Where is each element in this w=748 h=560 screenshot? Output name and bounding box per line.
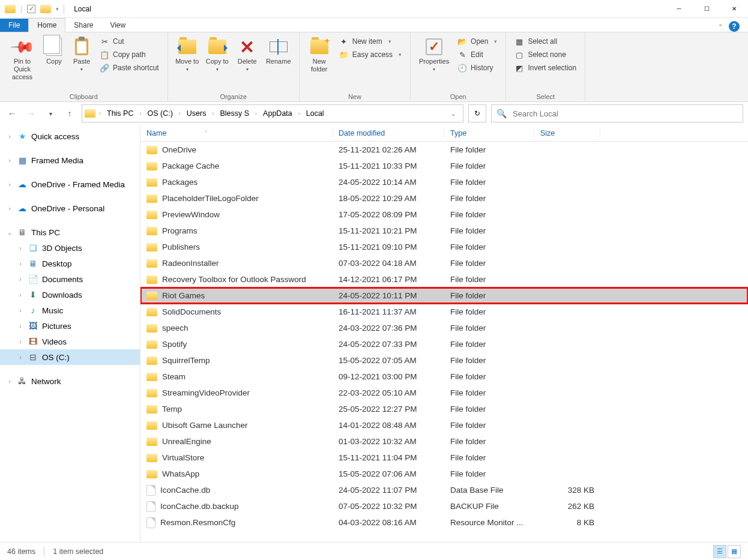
table-row[interactable]: OneDrive25-11-2021 02:26 AMFile folder — [140, 142, 748, 158]
tab-share[interactable]: Share — [65, 19, 101, 32]
search-box[interactable]: 🔍 — [491, 104, 743, 122]
expand-icon[interactable]: › — [6, 378, 13, 385]
crumb-local[interactable]: Local — [303, 109, 328, 118]
icons-view-button[interactable]: ▦ — [728, 545, 741, 558]
table-row[interactable]: Programs15-11-2021 10:21 PMFile folder — [140, 223, 748, 239]
help-icon[interactable]: ? — [729, 21, 740, 32]
tab-view[interactable]: View — [101, 19, 134, 32]
new-folder-button[interactable]: New folder — [304, 35, 334, 76]
column-type[interactable]: Type — [444, 129, 534, 137]
table-row[interactable]: PlaceholderTileLogoFolder18-05-2022 10:2… — [140, 190, 748, 206]
up-button[interactable]: ↑ — [62, 106, 77, 121]
expand-icon[interactable]: › — [17, 307, 24, 314]
recent-dropdown[interactable]: ▾ — [43, 106, 58, 121]
table-row[interactable]: Package Cache15-11-2021 10:33 PMFile fol… — [140, 158, 748, 174]
table-row[interactable]: Recovery Toolbox for Outlook Password14-… — [140, 271, 748, 288]
chevron-right-icon[interactable]: › — [178, 110, 182, 116]
table-row[interactable]: IconCache.db.backup07-05-2022 10:32 PMBA… — [140, 498, 748, 514]
copy-button[interactable]: Copy — [41, 35, 67, 68]
expand-icon[interactable]: › — [6, 157, 13, 164]
tree-node[interactable]: ›☁OneDrive - Framed Media — [0, 176, 140, 192]
expand-icon[interactable]: › — [17, 276, 24, 283]
easy-access-button[interactable]: 📁Easy access▾ — [336, 48, 405, 61]
tree-node[interactable]: ⌄🖥This PC — [0, 224, 140, 240]
table-row[interactable]: Steam09-12-2021 03:00 PMFile folder — [140, 369, 748, 385]
move-to-button[interactable]: Move to ▾ — [173, 35, 202, 74]
chevron-right-icon[interactable]: › — [254, 110, 258, 116]
select-none-button[interactable]: ▢Select none — [511, 48, 580, 61]
chevron-right-icon[interactable]: › — [138, 110, 142, 116]
table-row[interactable]: SolidDocuments16-11-2021 11:37 AMFile fo… — [140, 304, 748, 320]
new-item-button[interactable]: ✦New item▾ — [336, 35, 405, 48]
pin-to-quick-access-button[interactable]: 📌 Pin to Quick access — [5, 35, 40, 83]
minimize-button[interactable]: ─ — [665, 0, 693, 18]
table-row[interactable]: WhatsApp15-05-2022 07:06 AMFile folder — [140, 466, 748, 482]
maximize-button[interactable]: ☐ — [693, 0, 720, 18]
nav-tree[interactable]: ›★Quick access›▦Framed Media›☁OneDrive -… — [0, 125, 140, 542]
tree-node[interactable]: ›⬇Downloads — [0, 287, 140, 303]
delete-button[interactable]: ✕ Delete ▾ — [233, 35, 262, 74]
crumb-appdata[interactable]: AppData — [259, 109, 296, 118]
tree-node[interactable]: ›♪Music — [0, 303, 140, 318]
expand-icon[interactable]: › — [6, 133, 13, 140]
edit-button[interactable]: ✎Edit — [454, 48, 501, 61]
forward-button[interactable]: → — [24, 106, 38, 121]
tree-node[interactable]: ›★Quick access — [0, 128, 140, 144]
table-row[interactable]: VirtualStore15-11-2021 11:04 PMFile fold… — [140, 450, 748, 466]
crumb-users[interactable]: Users — [183, 109, 210, 118]
collapse-ribbon-icon[interactable]: ⌃ — [718, 23, 723, 30]
expand-icon[interactable]: › — [17, 260, 24, 267]
expand-icon[interactable]: › — [6, 181, 13, 188]
copy-to-button[interactable]: Copy to ▾ — [203, 35, 232, 74]
table-row[interactable]: IconCache.db24-05-2022 11:07 PMData Base… — [140, 482, 748, 498]
tree-node[interactable]: ›🎞Videos — [0, 334, 140, 349]
column-name[interactable]: Name˄ — [140, 129, 333, 137]
search-input[interactable] — [513, 109, 738, 118]
tab-home[interactable]: Home — [28, 18, 65, 32]
select-all-button[interactable]: ▦Select all — [511, 35, 580, 48]
invert-selection-button[interactable]: ◩Invert selection — [511, 61, 580, 74]
chevron-right-icon[interactable]: › — [98, 110, 102, 116]
table-row[interactable]: StreamingVideoProvider22-03-2022 05:10 A… — [140, 385, 748, 401]
table-row[interactable]: Packages24-05-2022 10:14 AMFile folder — [140, 174, 748, 190]
crumb-this-pc[interactable]: This PC — [103, 109, 137, 118]
paste-button[interactable]: Paste ▾ — [68, 35, 95, 74]
table-row[interactable]: Temp25-05-2022 12:27 PMFile folder — [140, 401, 748, 417]
expand-icon[interactable]: › — [17, 245, 24, 251]
chevron-right-icon[interactable]: › — [297, 110, 301, 116]
expand-icon[interactable]: › — [17, 292, 24, 298]
tree-node[interactable]: ›▦Framed Media — [0, 152, 140, 168]
tab-file[interactable]: File — [0, 19, 28, 32]
tree-node[interactable]: ›☁OneDrive - Personal — [0, 200, 140, 216]
address-bar[interactable]: › This PC › OS (C:) › Users › Blessy S ›… — [82, 104, 463, 122]
qat-dropdown-icon[interactable]: ▾ — [56, 6, 59, 12]
table-row[interactable]: Ubisoft Game Launcher14-01-2022 08:48 AM… — [140, 417, 748, 433]
cut-button[interactable]: ✂Cut — [96, 35, 163, 48]
table-row[interactable]: UnrealEngine01-03-2022 10:32 AMFile fold… — [140, 433, 748, 450]
file-list[interactable]: Name˄ Date modified Type Size OneDrive25… — [140, 125, 748, 542]
crumb-user[interactable]: Blessy S — [216, 109, 253, 118]
history-button[interactable]: 🕘History — [454, 61, 501, 74]
address-dropdown-icon[interactable]: ⌄ — [446, 110, 460, 117]
tree-node[interactable]: ›🖧Network — [0, 373, 140, 389]
paste-shortcut-button[interactable]: 🔗Paste shortcut — [96, 61, 163, 74]
expand-icon[interactable]: › — [6, 205, 13, 212]
expand-icon[interactable]: › — [17, 354, 24, 361]
expand-icon[interactable]: › — [17, 339, 24, 345]
rename-button[interactable]: Rename — [263, 35, 294, 68]
tree-node[interactable]: ›❑3D Objects — [0, 240, 140, 256]
table-row[interactable]: Publishers15-11-2021 09:10 PMFile folder — [140, 239, 748, 255]
close-button[interactable]: ✕ — [720, 0, 748, 18]
tree-node[interactable]: ›⊟OS (C:) — [0, 349, 140, 365]
expand-icon[interactable]: › — [17, 323, 24, 330]
column-date[interactable]: Date modified — [333, 129, 444, 137]
details-view-button[interactable]: ☰ — [713, 545, 726, 558]
table-row[interactable]: speech24-03-2022 07:36 PMFile folder — [140, 320, 748, 336]
back-button[interactable]: ← — [5, 106, 19, 121]
crumb-os[interactable]: OS (C:) — [143, 109, 176, 118]
table-row[interactable]: Resmon.ResmonCfg04-03-2022 08:16 AMResou… — [140, 514, 748, 531]
copy-path-button[interactable]: 📋Copy path — [96, 48, 163, 61]
table-row[interactable]: Spotify24-05-2022 07:33 PMFile folder — [140, 336, 748, 352]
refresh-button[interactable]: ↻ — [468, 104, 486, 122]
table-row[interactable]: Riot Games24-05-2022 10:11 PMFile folder — [140, 288, 748, 304]
